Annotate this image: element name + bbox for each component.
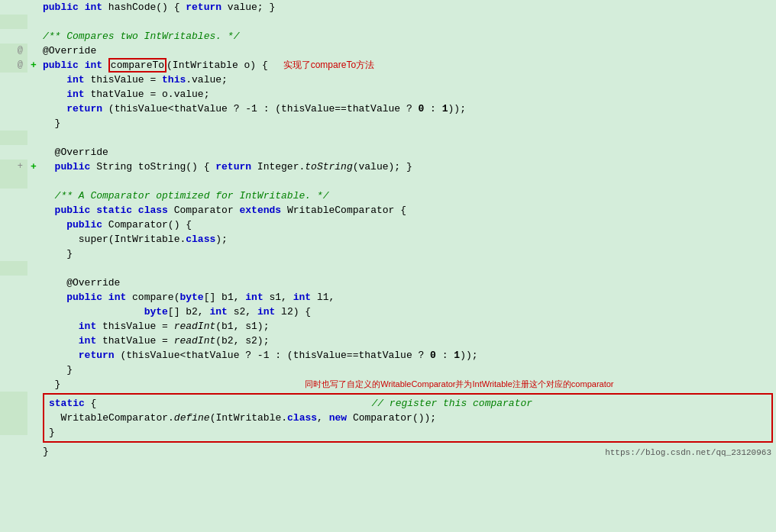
line-content: return (thisValue<thatValue ? -1 : (this… bbox=[40, 348, 776, 363]
line-content: @Override bbox=[40, 145, 776, 160]
code-container: public int hashCode() { return value; } … bbox=[0, 0, 776, 459]
line-content: /** Compares two IntWritables. */ bbox=[40, 29, 776, 44]
line-close1: } bbox=[0, 116, 776, 131]
line-override2: @Override bbox=[0, 145, 776, 160]
line-blank3 bbox=[0, 174, 776, 189]
line-override1: @ @Override bbox=[0, 44, 776, 58]
annotation-writablecomparator: 同时也写了自定义的WritableComparator并为IntWritable… bbox=[305, 379, 613, 389]
url-bar: https://blog.csdn.net/qq_23120963 bbox=[600, 447, 776, 459]
line-close2: } bbox=[0, 247, 776, 261]
line-blank4 bbox=[0, 261, 776, 276]
annotation-compareto: 实现了compareTo方法 bbox=[283, 60, 374, 70]
gutter bbox=[0, 15, 27, 29]
gutter bbox=[0, 261, 27, 276]
line-content: /** A Comparator optimized for IntWritab… bbox=[40, 189, 776, 203]
compareto-highlight: compareTo bbox=[108, 58, 167, 73]
line-close3: } bbox=[0, 363, 776, 377]
line-content: return (thisValue<thatValue ? -1 : (this… bbox=[40, 102, 776, 116]
line-tostring: + + public String toString() { return In… bbox=[0, 160, 776, 174]
line-compareto: @ + public int compareTo(IntWritable o) … bbox=[0, 58, 776, 73]
gutter bbox=[0, 174, 27, 189]
line-comment2: /** A Comparator optimized for IntWritab… bbox=[0, 189, 776, 203]
line-override3: @Override bbox=[0, 276, 776, 290]
line-blank bbox=[0, 15, 776, 29]
line-content: @Override bbox=[40, 44, 776, 58]
line-content: public static class Comparator extends W… bbox=[40, 203, 776, 218]
line-content: public String toString() { return Intege… bbox=[40, 160, 776, 174]
diff-marker: + bbox=[27, 58, 40, 73]
line-content: int thatValue = readInt(b2, s2); bbox=[40, 334, 776, 348]
gutter bbox=[0, 131, 27, 145]
gutter-static bbox=[0, 392, 27, 435]
line-content: super(IntWritable.class); bbox=[40, 232, 776, 247]
line-super: super(IntWritable.class); bbox=[0, 232, 776, 247]
line-content: int thisValue = readInt(b1, s1); bbox=[40, 319, 776, 334]
gutter: + bbox=[0, 160, 27, 174]
line-hashcode: public int hashCode() { return value; } bbox=[0, 0, 776, 15]
static-block-content: static {// register this comparator Writ… bbox=[43, 393, 773, 443]
line-blank2 bbox=[0, 131, 776, 145]
line-that-value: int thatValue = o.value; bbox=[0, 87, 776, 102]
line-content: int thisValue = this.value; bbox=[40, 73, 776, 87]
line-return2: return (thisValue<thatValue ? -1 : (this… bbox=[0, 348, 776, 363]
line-content: } bbox=[40, 247, 776, 261]
line-content: int thatValue = o.value; bbox=[40, 87, 776, 102]
line-constructor: public Comparator() { bbox=[0, 218, 776, 232]
line-compare-sig2: byte[] b2, int s2, int l2) { bbox=[0, 305, 776, 319]
line-content: @Override bbox=[40, 276, 776, 290]
line-content: public int compare(byte[] b1, int s1, in… bbox=[40, 290, 776, 305]
static-line2: WritableComparator.define(IntWritable.cl… bbox=[49, 411, 767, 425]
line-content: } bbox=[40, 116, 776, 131]
line-content: public Comparator() { bbox=[40, 218, 776, 232]
line-content: byte[] b2, int s2, int l2) { bbox=[40, 305, 776, 319]
line-content: public int hashCode() { return value; } bbox=[40, 0, 776, 15]
diff-marker: + bbox=[27, 160, 40, 174]
line-this-value2: int thisValue = readInt(b1, s1); bbox=[0, 319, 776, 334]
line-content: } 同时也写了自定义的WritableComparator并为IntWritab… bbox=[40, 377, 776, 392]
line-this-value: int thisValue = this.value; bbox=[0, 73, 776, 87]
line-content: } bbox=[40, 363, 776, 377]
static-block-wrapper: static {// register this comparator Writ… bbox=[0, 392, 776, 444]
line-compare-sig1: public int compare(byte[] b1, int s1, in… bbox=[0, 290, 776, 305]
line-comment1: /** Compares two IntWritables. */ bbox=[0, 29, 776, 44]
line-close4-annotation: } 同时也写了自定义的WritableComparator并为IntWritab… bbox=[0, 377, 776, 392]
line-that-value2: int thatValue = readInt(b2, s2); bbox=[0, 334, 776, 348]
gutter: @ bbox=[0, 44, 27, 58]
line-content: public int compareTo(IntWritable o) {实现了… bbox=[40, 58, 776, 73]
static-line3: } bbox=[49, 425, 767, 440]
static-line1: static {// register this comparator bbox=[49, 396, 767, 411]
line-comparator-class: public static class Comparator extends W… bbox=[0, 203, 776, 218]
gutter: @ bbox=[0, 58, 27, 73]
line-return1: return (thisValue<thatValue ? -1 : (this… bbox=[0, 102, 776, 116]
